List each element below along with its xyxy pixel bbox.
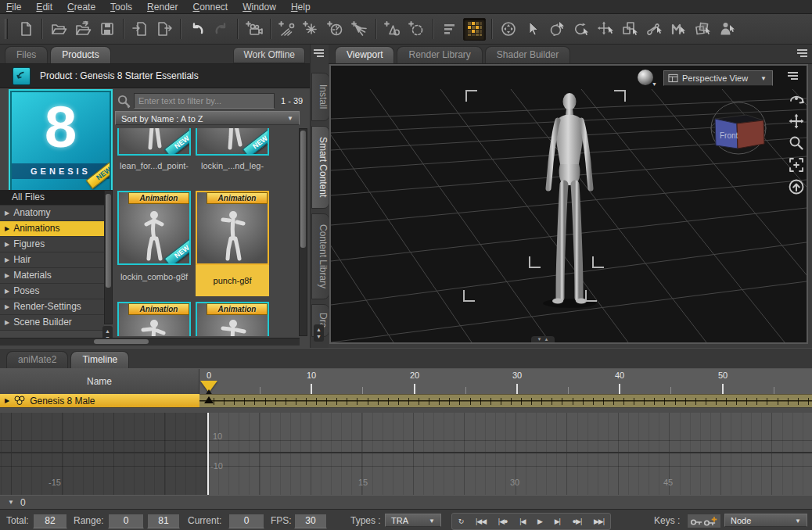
timeline-ruler[interactable]: 0 10 20 30 40 50	[199, 369, 812, 394]
types-dropdown[interactable]: TRA ▼	[385, 514, 441, 527]
category-animations[interactable]: ▶Animations	[0, 221, 104, 237]
play-button[interactable]: ▶	[537, 517, 542, 525]
category-materials[interactable]: ▶Materials	[0, 268, 104, 284]
open-file-icon[interactable]	[48, 19, 69, 40]
prev-key-button[interactable]: |◀●	[498, 517, 508, 525]
menu-help[interactable]: Help	[291, 1, 311, 13]
pane-tab-scroll-arrows[interactable]: ▲▼	[314, 324, 324, 342]
tab-animate2[interactable]: aniMate2	[6, 351, 68, 368]
range-end-field[interactable]: 81	[147, 514, 180, 528]
thumbnail-hscrollbar[interactable]	[0, 338, 300, 346]
category-anatomy[interactable]: ▶Anatomy	[0, 206, 104, 221]
menu-file[interactable]: File	[6, 1, 21, 13]
next-frame-button[interactable]: ▶|	[555, 517, 560, 525]
create-primitive-icon[interactable]	[382, 19, 403, 40]
key-tools[interactable]	[687, 514, 721, 528]
reset-camera-icon[interactable]	[786, 177, 807, 197]
create-null-icon[interactable]	[406, 19, 427, 40]
prev-frame-button[interactable]: |◀	[519, 517, 525, 525]
viewport-splitter-handle[interactable]: ▼▲	[531, 336, 555, 342]
save-icon[interactable]	[96, 19, 117, 40]
camera-selector-dropdown[interactable]: Perspective View ▼	[663, 70, 773, 86]
category-all-files[interactable]: All Files	[0, 190, 104, 206]
zoom-camera-icon[interactable]	[786, 133, 807, 153]
category-render-settings[interactable]: ▶Render-Settings	[0, 299, 104, 315]
rotate-selection-tool-icon[interactable]	[546, 19, 567, 40]
node-dropdown[interactable]: Node ▼	[724, 514, 807, 527]
tab-products[interactable]: Products	[50, 46, 110, 63]
draw-style-sphere-icon[interactable]	[638, 70, 653, 85]
thumbnail-scrollbar[interactable]	[299, 128, 307, 336]
keyframe-marker[interactable]	[204, 396, 214, 403]
product-box-art[interactable]: 8 GENESIS NEW	[10, 91, 111, 192]
pane-menu-icon[interactable]	[314, 49, 324, 57]
timeline-track-genesis8male[interactable]: ▶ Genesis 8 Male	[0, 394, 199, 407]
draw-style-caret-icon[interactable]: ▼	[652, 81, 657, 87]
menu-window[interactable]: Window	[243, 1, 276, 13]
menu-create[interactable]: Create	[67, 1, 95, 13]
joint-editor-tool-icon[interactable]	[643, 19, 664, 40]
tab-smart-content[interactable]: Smart Content	[311, 126, 329, 209]
tab-shader-builder[interactable]: Shader Builder	[485, 46, 570, 63]
menu-render[interactable]: Render	[147, 1, 178, 13]
last-frame-button[interactable]: ▶▶|	[594, 517, 604, 525]
current-field[interactable]: 0	[228, 514, 264, 528]
translate-tool-icon[interactable]	[595, 19, 616, 40]
surface-selection-tool-icon[interactable]	[692, 19, 713, 40]
timeline-collapse-row[interactable]: ▼ 0	[0, 495, 812, 509]
tab-render-library[interactable]: Render Library	[397, 46, 482, 63]
orbit-camera-icon[interactable]	[786, 89, 807, 109]
category-figures[interactable]: ▶Figures	[0, 237, 104, 252]
category-scrollbar[interactable]	[104, 190, 113, 324]
timeline-keyframe-strip[interactable]	[199, 394, 812, 407]
toolbar-grip[interactable]	[5, 19, 8, 39]
create-camera-icon[interactable]	[243, 19, 264, 40]
figure-tool-icon[interactable]	[716, 19, 737, 40]
new-document-icon[interactable]	[15, 19, 36, 40]
timeline-graph-area[interactable]: 10 -10 -15 15 30 45	[0, 413, 812, 495]
geometry-editor-tool-icon[interactable]	[667, 19, 688, 40]
viewport-options-icon[interactable]	[788, 72, 798, 80]
create-distant-light-icon[interactable]	[276, 19, 297, 40]
loop-button[interactable]: ↻	[458, 517, 464, 525]
work-offline-button[interactable]: Work Offline	[233, 47, 305, 63]
tab-files[interactable]: Files	[5, 46, 48, 63]
range-start-field[interactable]: 0	[108, 514, 144, 528]
menu-tools[interactable]: Tools	[110, 1, 132, 13]
scene-navigator-icon[interactable]	[498, 19, 519, 40]
viewport-3d-surface[interactable]: ▼ Perspective View ▼ Front	[329, 64, 808, 344]
tab-viewport[interactable]: Viewport	[335, 46, 394, 63]
collapse-arrow-icon[interactable]: ▼	[8, 499, 14, 506]
fps-field[interactable]: 30	[294, 514, 327, 528]
rotate-tool-icon[interactable]	[570, 19, 591, 40]
tab-timeline[interactable]: Timeline	[70, 351, 129, 368]
create-point-light-icon[interactable]	[300, 19, 322, 40]
tab-content-library[interactable]: Content Library	[311, 213, 329, 299]
align-tool-icon[interactable]	[439, 19, 460, 40]
sort-dropdown[interactable]: Sort by Name : A to Z ▼	[115, 111, 300, 125]
total-field[interactable]: 82	[33, 514, 67, 528]
export-icon[interactable]	[153, 19, 174, 40]
frame-selection-icon[interactable]	[786, 155, 807, 175]
next-key-button[interactable]: ●▶|	[573, 517, 582, 525]
viewport-pane-menu-icon[interactable]	[797, 49, 807, 57]
menu-edit[interactable]: Edit	[36, 1, 52, 13]
first-frame-button[interactable]: |◀◀	[476, 517, 486, 525]
import-icon[interactable]	[129, 19, 150, 40]
category-poses[interactable]: ▶Poses	[0, 284, 104, 299]
back-button[interactable]	[13, 67, 31, 85]
search-icon[interactable]	[113, 94, 134, 109]
expand-arrow-icon[interactable]: ▶	[5, 397, 9, 404]
content-view-toggle-icon[interactable]	[463, 18, 486, 41]
menu-connect[interactable]: Connect	[192, 1, 228, 13]
tab-install[interactable]: Install	[311, 73, 329, 121]
category-scene-builder[interactable]: ▶Scene Builder	[0, 315, 104, 331]
merge-content-icon[interactable]	[72, 19, 93, 40]
node-selection-tool-icon[interactable]	[522, 19, 543, 40]
scale-tool-icon[interactable]	[619, 19, 640, 40]
redo-icon[interactable]	[210, 19, 232, 40]
undo-icon[interactable]	[186, 19, 207, 40]
create-spotlight-icon[interactable]	[349, 19, 370, 40]
pan-camera-icon[interactable]	[786, 111, 807, 131]
create-gauge-light-icon[interactable]	[325, 19, 346, 40]
